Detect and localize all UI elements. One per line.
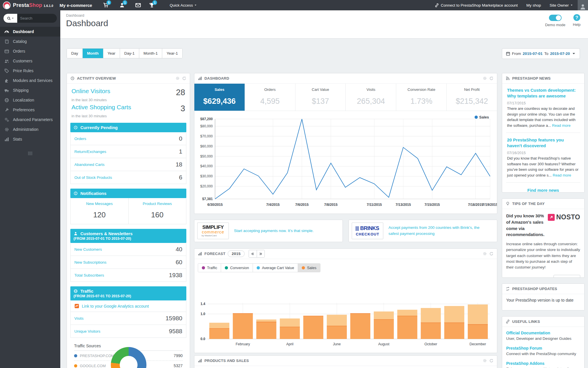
kpi-sales[interactable]: Sales$629,436 <box>194 84 245 111</box>
range-button-day-1[interactable]: Day-1 <box>120 49 139 58</box>
orders-link[interactable]: Orders <box>74 137 86 141</box>
brinks-banner[interactable]: BRINKS CHECKOUT Accept payments from 200… <box>349 220 497 242</box>
update-icon <box>506 287 510 291</box>
unique-visitors-link[interactable]: Unique Visitors <box>74 329 100 334</box>
refresh-icon[interactable] <box>489 359 494 363</box>
new-subscriptions-link[interactable]: New Subscriptions <box>74 260 107 264</box>
my-shop-link[interactable]: My shop <box>526 3 541 7</box>
svg-text:1.4: 1.4 <box>200 302 205 306</box>
user-menu[interactable]: Site Owner <box>550 3 573 7</box>
useful-link[interactable]: Official DocumentationUser, Developer an… <box>506 331 580 342</box>
active-carts-link[interactable]: Active Shopping Carts <box>71 104 131 111</box>
read-more-link[interactable]: Read more <box>552 123 570 128</box>
sidebar-item-administration[interactable]: Administration <box>0 124 60 134</box>
sidebar-item-orders[interactable]: Orders <box>0 46 60 56</box>
sidebar-item-modules-and-services[interactable]: Modules and Services <box>0 76 60 85</box>
avatar[interactable] <box>578 0 588 10</box>
breadcrumb[interactable]: Dashboard <box>66 13 84 18</box>
online-visitors-link[interactable]: Online Visitors <box>71 88 110 95</box>
list-item: New Customers40 <box>71 243 186 256</box>
nosto-brand-text: NOSTO <box>556 213 580 221</box>
svg-text:7/18/2015: 7/18/2015 <box>468 203 483 207</box>
sidebar-item-localization[interactable]: Localization <box>0 95 60 105</box>
range-button-year[interactable]: Year <box>103 49 120 58</box>
gear-icon[interactable] <box>175 76 180 80</box>
google-analytics-link[interactable]: Link to your Google Analytics account <box>70 300 186 312</box>
previous-year-button[interactable] <box>249 250 257 257</box>
range-button-month-1[interactable]: Month-1 <box>139 49 162 58</box>
new-subscriptions-value: 60 <box>176 259 182 266</box>
sidebar-item-customers[interactable]: Customers <box>0 56 60 66</box>
new-messages-link[interactable]: New Messages <box>71 202 128 206</box>
sidebar-item-preferences[interactable]: Preferences <box>0 105 60 115</box>
start-now-button[interactable]: Start now! <box>554 275 580 278</box>
refresh-icon[interactable] <box>489 252 494 256</box>
range-button-year-1[interactable]: Year-1 <box>162 49 182 58</box>
refresh-icon[interactable] <box>489 76 494 80</box>
bar-chart-icon <box>198 359 202 363</box>
chart-legend[interactable]: Sales <box>475 115 489 119</box>
product-reviews-link[interactable]: Product Reviews <box>129 202 186 206</box>
svg-text:June: June <box>333 342 341 346</box>
refresh-icon[interactable] <box>182 76 186 80</box>
mail-icon[interactable] <box>135 2 141 8</box>
range-button-day[interactable]: Day <box>67 49 82 58</box>
shop-name[interactable]: My e-commerce <box>60 3 92 8</box>
tips-of-the-day-panel: TIPS OF THE DAY NOSTO Did you know 30% o… <box>502 198 585 278</box>
article-title-link[interactable]: 20 PrestaShop features you haven't disco… <box>507 137 579 148</box>
visits-link[interactable]: Visits <box>74 316 84 321</box>
gear-icon[interactable] <box>483 252 487 256</box>
sidebar-item-price-rules[interactable]: Price Rules <box>0 66 60 76</box>
forecast-year[interactable]: 2015 <box>228 250 245 257</box>
kpi-cart-value[interactable]: Cart Value$137 <box>295 84 346 111</box>
prestashop-logo-icon[interactable] <box>3 1 11 9</box>
toggle-traffic[interactable]: Traffic <box>198 264 221 272</box>
kpi-visits[interactable]: Visits265,304 <box>345 84 396 111</box>
abandoned-carts-link[interactable]: Abandoned Carts <box>74 162 105 167</box>
article-title-link[interactable]: Themes vs Custom development: Why templa… <box>507 87 579 99</box>
date-range-picker[interactable]: From 2015-07-01 To 2015-07-20 <box>502 48 580 59</box>
online-visitors-sub: in the last 30 minutes <box>67 97 190 102</box>
toggle-average-cart-value[interactable]: Average Cart Value <box>253 264 298 272</box>
search-type-button[interactable] <box>3 14 17 23</box>
kpi-orders[interactable]: Orders4,595 <box>245 84 295 111</box>
news-article: Themes vs Custom development: Why templa… <box>506 87 580 128</box>
find-more-news-link[interactable]: Find more news <box>506 187 580 193</box>
useful-link[interactable]: PrestaShop ForumConnect with the PrestaS… <box>506 346 580 357</box>
demo-mode-toggle[interactable] <box>549 15 562 21</box>
brand: PrestaShop1.6.1.0 <box>13 2 53 8</box>
simplify-banner[interactable]: SIMPLIFY commerce by MasterCard Start ac… <box>194 220 343 242</box>
marketplace-link[interactable]: Connect to PrestaShop Marketplace accoun… <box>435 3 518 7</box>
returns-link[interactable]: Return/Exchanges <box>74 150 106 154</box>
total-subscribers-link[interactable]: Total Subscribers <box>74 273 104 277</box>
toggle-sales[interactable]: Sales <box>298 264 320 272</box>
new-customers-link[interactable]: New Customers <box>74 247 102 252</box>
svg-text:$87,200: $87,200 <box>200 117 213 121</box>
toggle-conversion[interactable]: Conversion <box>221 264 253 272</box>
kpi-net-profit[interactable]: Net Profit$215,342 <box>446 84 497 111</box>
gear-icon[interactable] <box>483 359 487 363</box>
main-content: Day Month Year Day-1 Month-1 Year-1 From… <box>60 39 588 368</box>
sidebar-item-advanced-parameters[interactable]: Advanced Parameters <box>0 115 60 124</box>
quick-access-menu[interactable]: Quick Access <box>170 3 197 7</box>
gear-icon[interactable] <box>483 76 487 80</box>
notifications-grid: New Messages120 Product Reviews160 <box>70 198 186 224</box>
dashboard-panel-title: DASHBOARD <box>204 76 229 80</box>
out-of-stock-link[interactable]: Out of Stock Products <box>74 175 112 180</box>
useful-link[interactable]: PrestaShop AddonsEnhance your store with… <box>506 361 580 368</box>
sidebar-collapse-handle[interactable] <box>28 152 32 155</box>
list-item: Out of Stock Products6 <box>71 171 186 184</box>
help-icon[interactable]: ? <box>573 14 581 21</box>
sidebar-item-stats[interactable]: Stats <box>0 134 60 144</box>
read-more-link[interactable]: Read more <box>553 173 571 177</box>
product-reviews-cell: Product Reviews160 <box>128 198 186 224</box>
range-button-month[interactable]: Month <box>82 49 103 58</box>
next-year-button[interactable] <box>257 250 264 257</box>
sidebar-item-catalog[interactable]: Catalog <box>0 37 60 46</box>
puzzle-icon <box>4 78 9 83</box>
kpi-conversion-rate[interactable]: Conversion Rate1.73% <box>396 84 446 111</box>
sidebar-item-dashboard[interactable]: Dashboard <box>0 27 60 37</box>
sidebar-item-shipping[interactable]: Shipping <box>0 85 60 95</box>
search-input[interactable] <box>17 16 55 20</box>
svg-text:$20,000: $20,000 <box>200 184 213 188</box>
